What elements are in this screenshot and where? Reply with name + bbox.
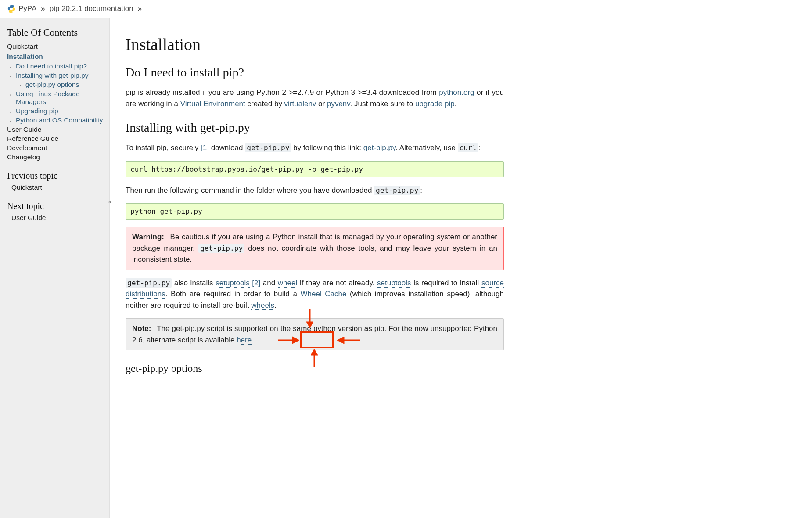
codeblock-curl: curl https://bootstrap.pypa.io/get-pip.p… [126,161,504,177]
toc-getpip-options[interactable]: get-pip.py options [25,81,79,88]
breadcrumb-pypa[interactable]: PyPA [18,4,36,13]
link-getpip[interactable]: get-pip.py [363,144,395,152]
breadcrumb-sep: » [138,4,142,13]
link-python-org[interactable]: python.org [439,88,474,97]
python-logo-icon [7,4,16,13]
sidebar-collapse-icon[interactable]: « [108,198,111,205]
footnote-ref-1[interactable]: [1] [201,144,209,152]
annotation-arrow-right-icon [334,335,361,345]
link-setuptools[interactable]: setuptools [216,279,250,288]
toc-installation[interactable]: Installation [7,53,43,60]
prev-topic-heading: Previous topic [7,171,104,181]
note-title: Note: [132,324,151,333]
para-need-install: pip is already installed if you are usin… [126,87,504,109]
para-getpip-2: Then run the following command in the fo… [126,185,504,196]
page-title: Installation [126,35,504,54]
toc-getpip[interactable]: Installing with get-pip.py [16,72,88,79]
toc-heading: Table Of Contents [7,27,104,38]
toc-need-install[interactable]: Do I need to install pip? [16,62,87,70]
code-curl: curl [458,143,478,152]
code-getpip-warn: get-pip.py [198,244,244,253]
link-wheels[interactable]: wheels [251,301,274,310]
main-content: Installation Do I need to install pip? p… [110,18,518,518]
toc-development[interactable]: Development [7,144,47,151]
annotation-arrow-bottom-icon [305,348,323,367]
section-getpip: Installing with get-pip.py [126,121,504,135]
link-upgrade-pip[interactable]: upgrade pip [415,100,455,108]
link-here[interactable]: here [237,336,252,345]
para-getpip-3: get-pip.py also installs setuptools [2] … [126,277,504,311]
breadcrumb-sep: » [41,4,45,13]
prev-topic-link[interactable]: Quickstart [11,184,42,191]
next-topic-heading: Next topic [7,201,104,211]
next-topic-link[interactable]: User Guide [11,214,46,221]
section-need-install: Do I need to install pip? [126,65,504,79]
toc-upgrading[interactable]: Upgrading pip [16,107,58,115]
code-getpip: get-pip.py [245,143,291,152]
link-setuptools-2[interactable]: setuptools [377,279,411,288]
warning-title: Warning: [132,233,164,241]
svg-marker-1 [306,322,313,328]
breadcrumb-bar: PyPA » pip 20.2.1 documentation » [0,0,812,18]
link-virtualenv[interactable]: virtualenv [284,100,316,108]
toc-linux-pkg[interactable]: Using Linux Package Managers [16,90,80,105]
footnote-ref-2[interactable]: [2] [250,279,261,287]
toc-changelog[interactable]: Changelog [7,153,40,161]
svg-marker-7 [311,349,318,355]
toc-list: Quickstart Installation Do I need to ins… [7,43,104,161]
link-pyvenv[interactable]: pyvenv [327,100,350,108]
link-virtual-env[interactable]: Virtual Environment [180,100,245,108]
breadcrumb-docs[interactable]: pip 20.2.1 documentation [50,4,133,13]
svg-marker-5 [337,337,344,344]
code-getpip2: get-pip.py [374,186,420,195]
codeblock-python: python get-pip.py [126,203,504,220]
toc-quickstart[interactable]: Quickstart [7,43,38,50]
code-getpip3: get-pip.py [126,278,172,288]
link-wheel[interactable]: wheel [278,279,297,288]
toc-user-guide[interactable]: User Guide [7,126,41,133]
toc-reference[interactable]: Reference Guide [7,135,58,142]
warning-box: Warning: Be cautious if you are using a … [126,227,504,270]
annotation-highlight-box [300,331,334,348]
toc-compat[interactable]: Python and OS Compatibility [16,116,103,124]
annotation-arrow-top-icon [301,309,319,331]
svg-marker-3 [292,337,299,344]
link-wheel-cache[interactable]: Wheel Cache [301,290,347,298]
sidebar: « Table Of Contents Quickstart Installat… [0,18,110,518]
para-getpip-1: To install pip, securely [1] download ge… [126,142,504,154]
annotation-arrow-left-icon [278,335,301,345]
